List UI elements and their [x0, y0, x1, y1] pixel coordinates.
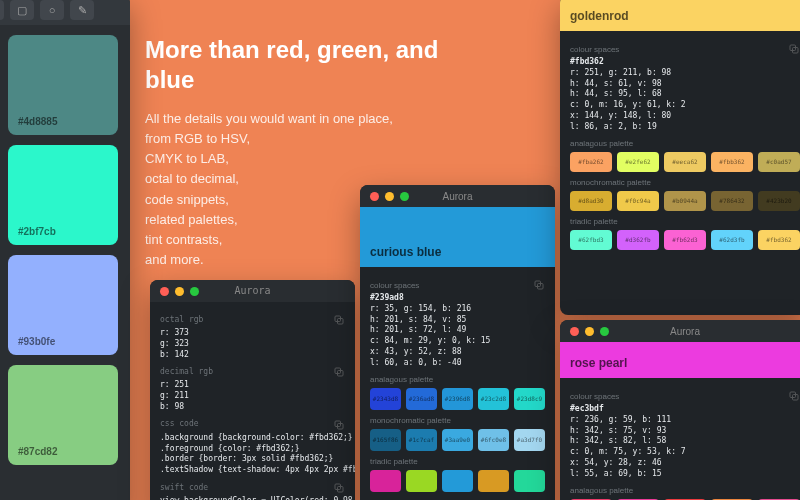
palette-chip[interactable]: #fbd362: [758, 230, 800, 250]
copy-icon[interactable]: [788, 390, 800, 402]
palette-chip[interactable]: [478, 470, 509, 492]
copy-icon[interactable]: [333, 314, 345, 326]
titlebar: Aurora: [360, 185, 555, 207]
analagous-palette: #2343d8#236ad8#2396d8#23c2d8#23d8c9: [370, 388, 545, 410]
section-header: octal rgb: [160, 314, 345, 326]
palette-chip[interactable]: #23d8c9: [514, 388, 545, 410]
colour-space-values: r: 236, g: 59, b: 111 h: 342, s: 75, v: …: [570, 415, 800, 480]
tool-button[interactable]: ✎: [70, 0, 94, 20]
copy-icon[interactable]: [333, 482, 345, 494]
section-header: decimal rgb: [160, 366, 345, 378]
section-header: monochromatic palette: [570, 178, 800, 187]
palette-chip[interactable]: #2343d8: [370, 388, 401, 410]
swift-code: view.backgroundColor = UIColor(red: 0.98…: [160, 496, 345, 500]
swatch[interactable]: #4d8885: [8, 35, 118, 135]
palette-chip[interactable]: [514, 470, 545, 492]
close-icon[interactable]: [570, 327, 579, 336]
palette-chip[interactable]: #1c7caf: [406, 429, 437, 451]
section-header: colour spaces: [370, 279, 545, 291]
colour-hero: goldenrod: [560, 0, 800, 31]
swatch-list-window: ▢ ▢ ○ ✎ #4d8885#2bf7cb#93b0fe#87cd82: [0, 0, 130, 500]
colour-name: curious blue: [370, 245, 441, 259]
palette-chip[interactable]: #d362fb: [617, 230, 659, 250]
copy-icon[interactable]: [788, 43, 800, 55]
palette-chip[interactable]: #62d3fb: [711, 230, 753, 250]
octal-rgb-values: r: 373 g: 323 b: 142: [160, 328, 345, 360]
palette-chip[interactable]: #fba262: [570, 152, 612, 172]
monochromatic-palette: #d8ad30#f0c94a#b0944a#786432#423b20: [570, 191, 800, 211]
palette-chip[interactable]: #423b20: [758, 191, 800, 211]
swatch[interactable]: #87cd82: [8, 365, 118, 465]
palette-chip[interactable]: #eeca62: [664, 152, 706, 172]
colour-space-values: r: 251, g: 211, b: 98 h: 44, s: 61, v: 9…: [570, 68, 800, 133]
minimize-icon[interactable]: [385, 192, 394, 201]
monochromatic-palette: #165f86#1c7caf#3aa9e0#6fc0e8#a3d7f0: [370, 429, 545, 451]
palette-chip[interactable]: #786432: [711, 191, 753, 211]
palette-chip[interactable]: #f0c94a: [617, 191, 659, 211]
palette-chip[interactable]: #6fc0e8: [478, 429, 509, 451]
section-header: colour spaces: [570, 390, 800, 402]
triadic-palette: [370, 470, 545, 492]
palette-chip[interactable]: #23c2d8: [478, 388, 509, 410]
palette-chip[interactable]: #236ad8: [406, 388, 437, 410]
tool-button[interactable]: ○: [40, 0, 64, 20]
titlebar: Aurora: [560, 320, 800, 342]
copy-icon[interactable]: [333, 419, 345, 431]
section-header: monochromatic palette: [370, 416, 545, 425]
hero-title: More than red, green, and blue: [145, 35, 445, 95]
section-header: css code: [160, 419, 345, 431]
palette-chip[interactable]: #fbb362: [711, 152, 753, 172]
code-details-window: Aurora octal rgb r: 373 g: 323 b: 142 de…: [150, 280, 355, 500]
titlebar: Aurora: [150, 280, 355, 302]
swatch-toolbar: ▢ ▢ ○ ✎: [0, 0, 130, 25]
section-header: analagous palette: [370, 375, 545, 384]
palette-chip[interactable]: #62fbd3: [570, 230, 612, 250]
tool-button[interactable]: ▢: [10, 0, 34, 20]
palette-chip[interactable]: #e2fe62: [617, 152, 659, 172]
colour-detail-window-gold: goldenrod colour spaces #fbd362 r: 251, …: [560, 0, 800, 315]
analagous-palette: #fba262#e2fe62#eeca62#fbb362#c0ad57: [570, 152, 800, 172]
palette-chip[interactable]: #d8ad30: [570, 191, 612, 211]
section-header: swift code: [160, 482, 345, 494]
copy-icon[interactable]: [533, 279, 545, 291]
copy-icon[interactable]: [333, 366, 345, 378]
decimal-rgb-values: r: 251 g: 211 b: 98: [160, 380, 345, 412]
colour-hero: curious blue: [360, 207, 555, 267]
palette-chip[interactable]: [442, 470, 473, 492]
palette-chip[interactable]: [406, 470, 437, 492]
colour-detail-window-rose: Aurora rose pearl colour spaces #ec3bdf …: [560, 320, 800, 500]
palette-chip[interactable]: #a3d7f0: [514, 429, 545, 451]
colour-hero: rose pearl: [560, 342, 800, 378]
section-header: analagous palette: [570, 139, 800, 148]
tool-button[interactable]: ▢: [0, 0, 4, 20]
palette-chip[interactable]: #165f86: [370, 429, 401, 451]
colour-detail-window-blue: Aurora curious blue colour spaces #239ad…: [360, 185, 555, 500]
swatch[interactable]: #93b0fe: [8, 255, 118, 355]
colour-space-values: r: 35, g: 154, b: 216 h: 201, s: 84, v: …: [370, 304, 545, 369]
zoom-icon[interactable]: [400, 192, 409, 201]
css-code: .background {background-color: #fbd362;}…: [160, 433, 345, 476]
zoom-icon[interactable]: [190, 287, 199, 296]
palette-chip[interactable]: #3aa9e0: [442, 429, 473, 451]
hex-value: #239ad8: [370, 293, 545, 304]
palette-chip[interactable]: #b0944a: [664, 191, 706, 211]
minimize-icon[interactable]: [175, 287, 184, 296]
close-icon[interactable]: [370, 192, 379, 201]
hex-value: #fbd362: [570, 57, 800, 68]
colour-name: rose pearl: [570, 356, 627, 370]
section-header: triadic palette: [370, 457, 545, 466]
section-header: analagous palette: [570, 486, 800, 495]
minimize-icon[interactable]: [585, 327, 594, 336]
colour-name: goldenrod: [570, 9, 629, 23]
section-header: colour spaces: [570, 43, 800, 55]
swatch[interactable]: #2bf7cb: [8, 145, 118, 245]
palette-chip[interactable]: #2396d8: [442, 388, 473, 410]
palette-chip[interactable]: #fb62d3: [664, 230, 706, 250]
close-icon[interactable]: [160, 287, 169, 296]
zoom-icon[interactable]: [600, 327, 609, 336]
palette-chip[interactable]: [370, 470, 401, 492]
palette-chip[interactable]: #c0ad57: [758, 152, 800, 172]
triadic-palette: #62fbd3#d362fb#fb62d3#62d3fb#fbd362: [570, 230, 800, 250]
section-header: triadic palette: [570, 217, 800, 226]
hex-value: #ec3bdf: [570, 404, 800, 415]
